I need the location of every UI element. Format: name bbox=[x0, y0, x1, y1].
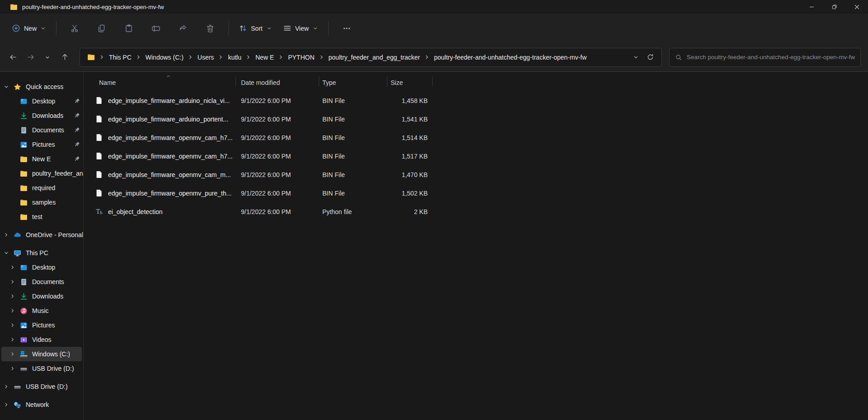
forward-button[interactable] bbox=[22, 49, 39, 65]
sidebar-item-pc-pictures[interactable]: Pictures bbox=[0, 318, 83, 332]
column-header-date-modified[interactable]: Date modified bbox=[241, 79, 280, 86]
column-separator[interactable] bbox=[432, 76, 433, 86]
sidebar-item-pc-usb-drive[interactable]: USB Drive (D:) bbox=[0, 361, 83, 376]
sidebar-item-pictures[interactable]: Pictures bbox=[0, 137, 83, 152]
cut-button[interactable] bbox=[63, 19, 86, 37]
paste-button[interactable] bbox=[118, 19, 140, 37]
column-header-name[interactable]: Name bbox=[99, 79, 116, 86]
file-row[interactable]: ei_object_detection 9/1/2022 6:00 PM Pyt… bbox=[84, 202, 868, 221]
file-row[interactable]: edge_impulse_firmware_arduino_portent...… bbox=[84, 110, 868, 128]
chevron-down-icon[interactable] bbox=[3, 83, 10, 90]
sidebar-item-pc-downloads[interactable]: Downloads bbox=[0, 289, 83, 303]
chevron-right-icon[interactable] bbox=[135, 54, 142, 61]
column-header-size[interactable]: Size bbox=[391, 79, 403, 86]
breadcrumb-new-e[interactable]: New E bbox=[254, 52, 276, 62]
sidebar-item-onedrive[interactable]: OneDrive - Personal bbox=[0, 228, 83, 242]
chevron-right-icon[interactable] bbox=[99, 54, 105, 61]
sidebar-item-usb-drive[interactable]: USB Drive (D:) bbox=[0, 379, 83, 394]
sidebar-item-windows-c[interactable]: Windows (C:) bbox=[1, 347, 82, 361]
sidebar-item-new-e[interactable]: New E bbox=[0, 152, 83, 166]
sidebar-item-test[interactable]: test bbox=[0, 210, 83, 224]
sidebar-item-poultry-feeder-folder[interactable]: poultry_feeder_and_egg_tracker bbox=[0, 166, 83, 181]
documents-icon bbox=[20, 278, 28, 286]
sidebar-item-pc-videos[interactable]: Videos bbox=[0, 332, 83, 347]
view-button[interactable]: View bbox=[278, 19, 324, 37]
file-row[interactable]: edge_impulse_firmware_arduino_nicla_vi..… bbox=[84, 91, 868, 110]
chevron-right-icon[interactable] bbox=[9, 293, 16, 300]
breadcrumb-python[interactable]: PYTHON bbox=[286, 52, 316, 62]
sort-arrows-icon bbox=[239, 24, 247, 33]
breadcrumb-poultry-feeder-and-egg-tracker[interactable]: poultry_feeder_and_egg_tracker bbox=[327, 52, 422, 62]
recent-locations-button[interactable] bbox=[39, 49, 56, 65]
copy-button[interactable] bbox=[90, 19, 113, 37]
sidebar-item-samples[interactable]: samples bbox=[0, 195, 83, 210]
rename-button[interactable] bbox=[145, 19, 167, 37]
address-dropdown-chevron-icon[interactable] bbox=[632, 54, 639, 61]
desktop-icon bbox=[20, 264, 28, 271]
address-bar[interactable]: This PC Windows (C:) Users kutlu New E P… bbox=[80, 48, 662, 67]
chevron-right-icon[interactable] bbox=[3, 231, 10, 238]
share-button[interactable] bbox=[172, 19, 194, 37]
restore-button[interactable] bbox=[823, 0, 845, 14]
address-bar-right bbox=[632, 53, 658, 61]
sidebar-item-desktop[interactable]: Desktop bbox=[0, 94, 83, 108]
breadcrumb-this-pc[interactable]: This PC bbox=[107, 52, 133, 62]
refresh-icon[interactable] bbox=[646, 53, 654, 61]
chevron-right-icon[interactable] bbox=[9, 350, 16, 358]
chevron-right-icon[interactable] bbox=[9, 322, 16, 329]
chevron-right-icon[interactable] bbox=[3, 401, 10, 408]
chevron-right-icon[interactable] bbox=[9, 336, 16, 343]
column-separator[interactable] bbox=[236, 76, 236, 86]
sort-button[interactable]: Sort bbox=[233, 19, 278, 37]
column-separator[interactable] bbox=[387, 76, 387, 86]
chevron-right-icon[interactable] bbox=[245, 54, 252, 61]
pictures-icon bbox=[20, 141, 28, 149]
file-row[interactable]: edge_impulse_firmware_openmv_cam_h7... 9… bbox=[84, 147, 868, 165]
file-date: 9/1/2022 6:00 PM bbox=[241, 171, 322, 178]
music-icon bbox=[20, 307, 28, 315]
sidebar-item-quick-access[interactable]: Quick access bbox=[0, 79, 83, 94]
file-row[interactable]: edge_impulse_firmware_openmv_cam_h7... 9… bbox=[84, 128, 868, 147]
chevron-right-icon[interactable] bbox=[9, 365, 16, 372]
file-size: 2 KB bbox=[373, 208, 428, 215]
file-row[interactable]: edge_impulse_firmware_openmv_cam_m... 9/… bbox=[84, 165, 868, 184]
chevron-right-icon[interactable] bbox=[187, 54, 194, 61]
chevron-right-icon[interactable] bbox=[3, 383, 10, 390]
file-row[interactable]: edge_impulse_firmware_openmv_pure_th... … bbox=[84, 184, 868, 202]
breadcrumb-users[interactable]: Users bbox=[196, 52, 216, 62]
breadcrumb-current-folder[interactable]: poultry-feeder-and-unhatched-egg-tracker… bbox=[432, 52, 589, 62]
chevron-right-icon[interactable] bbox=[9, 307, 16, 314]
sidebar-item-pc-music[interactable]: Music bbox=[0, 303, 83, 318]
file-type: BIN File bbox=[322, 171, 373, 178]
back-button[interactable] bbox=[5, 49, 22, 65]
more-options-button[interactable] bbox=[335, 19, 358, 37]
sidebar-item-downloads[interactable]: Downloads bbox=[0, 108, 83, 123]
view-list-icon bbox=[283, 24, 292, 33]
sidebar-item-pc-desktop[interactable]: Desktop bbox=[0, 260, 83, 275]
breadcrumb-kutlu[interactable]: kutlu bbox=[226, 52, 243, 62]
sidebar-item-this-pc[interactable]: This PC bbox=[0, 246, 83, 260]
column-separator[interactable] bbox=[319, 76, 319, 86]
sidebar-item-required[interactable]: required bbox=[0, 181, 83, 195]
sidebar-item-pc-documents[interactable]: Documents bbox=[0, 275, 83, 289]
sidebar-item-network[interactable]: Network bbox=[0, 397, 83, 412]
new-button[interactable]: New bbox=[6, 19, 52, 37]
chevron-right-icon[interactable] bbox=[318, 54, 325, 61]
chevron-right-icon[interactable] bbox=[217, 54, 224, 61]
folder-icon bbox=[20, 213, 28, 221]
up-button[interactable] bbox=[56, 49, 73, 65]
chevron-right-icon[interactable] bbox=[9, 278, 16, 285]
file-size: 1,502 KB bbox=[373, 190, 428, 197]
chevron-right-icon[interactable] bbox=[424, 54, 430, 61]
chevron-right-icon[interactable] bbox=[9, 264, 16, 271]
close-button[interactable] bbox=[845, 0, 868, 14]
sidebar-item-documents[interactable]: Documents bbox=[0, 123, 83, 137]
column-header-type[interactable]: Type bbox=[322, 79, 336, 86]
chevron-down-icon[interactable] bbox=[3, 249, 10, 257]
search-input[interactable] bbox=[687, 54, 855, 61]
minimize-button[interactable] bbox=[800, 0, 823, 14]
breadcrumb-windows-c[interactable]: Windows (C:) bbox=[144, 52, 185, 62]
search-box[interactable] bbox=[669, 48, 861, 67]
chevron-right-icon[interactable] bbox=[278, 54, 284, 61]
delete-button[interactable] bbox=[199, 19, 222, 37]
